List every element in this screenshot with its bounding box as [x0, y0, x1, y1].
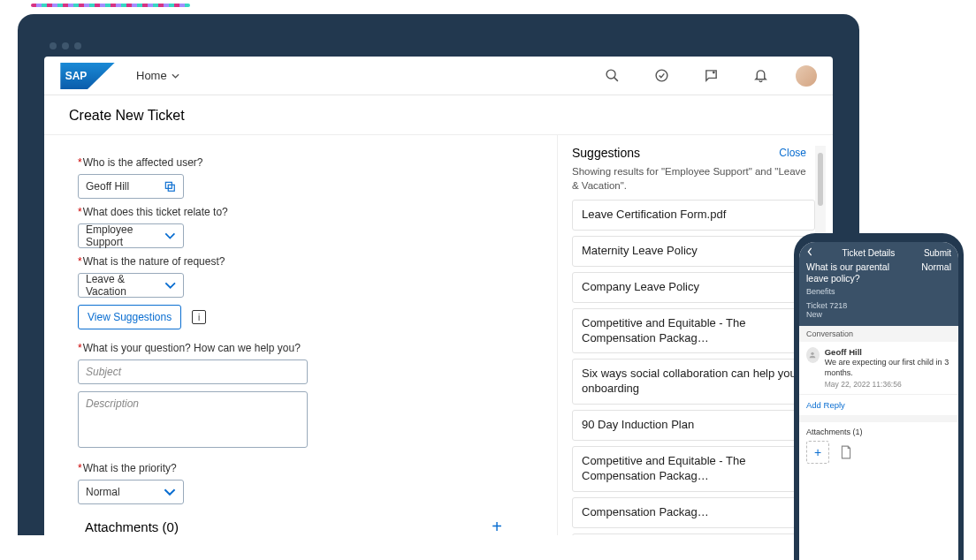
content-area: Who is the affected user? Geoff Hill Wha…	[44, 135, 833, 535]
bell-icon[interactable]	[746, 62, 774, 90]
mobile-category: Benefits	[806, 287, 951, 296]
mobile-header: Ticket Details Submit What is our parent…	[799, 242, 958, 326]
topbar: SAP Home	[44, 57, 833, 95]
svg-line-3	[614, 78, 617, 81]
relate-label: What does this ticket relate to?	[78, 206, 529, 218]
chevron-down-icon	[164, 279, 176, 291]
submit-button[interactable]: Submit	[924, 248, 951, 258]
svg-point-4	[656, 70, 667, 81]
priority-select[interactable]: Normal	[78, 480, 184, 504]
relate-select[interactable]: Employee Support	[78, 223, 184, 248]
app-window: SAP Home Create New Ticket	[44, 57, 833, 535]
svg-point-5	[712, 72, 714, 74]
feedback-icon[interactable]	[697, 62, 725, 90]
affected-user-field[interactable]: Geoff Hill	[78, 174, 184, 199]
message: Geoff Hill We are expecting our first ch…	[799, 342, 958, 394]
suggestion-item[interactable]: Frequently Asked Questions regarding the…	[572, 534, 815, 535]
suggestions-close[interactable]: Close	[779, 147, 806, 159]
suggestions-subtitle: Showing results for "Employee Support" a…	[572, 165, 815, 193]
mobile-attachments-label: Attachments (1)	[806, 428, 951, 436]
person-icon	[806, 347, 820, 363]
info-icon[interactable]: i	[192, 310, 206, 324]
question-label: What is your question? How can we help y…	[78, 342, 529, 354]
back-button[interactable]	[806, 247, 813, 258]
search-icon[interactable]	[598, 62, 626, 90]
window-controls	[50, 42, 81, 49]
mobile-screen: Ticket Details Submit What is our parent…	[799, 242, 958, 560]
home-nav[interactable]: Home	[136, 69, 179, 82]
sap-logo: SAP	[60, 63, 115, 89]
mobile-frame: Ticket Details Submit What is our parent…	[794, 233, 964, 560]
mobile-ticket-id: Ticket 7218	[806, 301, 951, 310]
attachments-row: Attachments (0) +	[78, 517, 529, 535]
view-suggestions-button[interactable]: View Suggestions	[78, 305, 181, 329]
svg-point-8	[812, 352, 814, 355]
mobile-header-title: Ticket Details	[843, 248, 896, 258]
value-help-icon	[164, 180, 176, 193]
home-label: Home	[136, 69, 167, 82]
priority-value: Normal	[86, 486, 120, 498]
nature-select[interactable]: Leave & Vacation	[78, 273, 184, 298]
nature-value: Leave & Vacation	[86, 273, 164, 298]
message-time: May 22, 2022 11:36:56	[825, 380, 951, 389]
mobile-attachments: Attachments (1) +	[799, 422, 958, 469]
suggestions-list: Leave Certification Form.pdf Maternity L…	[572, 200, 815, 535]
add-reply-button[interactable]: Add Reply	[799, 394, 958, 422]
desktop-frame: SAP Home Create New Ticket	[18, 14, 859, 535]
priority-label: What is the priority?	[78, 462, 529, 474]
suggestion-item[interactable]: Competitive and Equitable - The Compensa…	[572, 446, 815, 492]
svg-text:SAP: SAP	[65, 69, 88, 81]
affected-user-value: Geoff Hill	[86, 180, 129, 193]
decorative-strip	[31, 4, 190, 7]
attachment-file-icon[interactable]	[835, 441, 858, 464]
svg-point-2	[606, 70, 615, 79]
page-title: Create New Ticket	[44, 95, 833, 135]
conversation-label: Conversation	[799, 326, 958, 342]
mobile-body: Conversation Geoff Hill We are expecting…	[799, 326, 958, 560]
affected-user-label: Who is the affected user?	[78, 156, 529, 169]
subject-input[interactable]: Subject	[78, 359, 308, 384]
mobile-priority: Normal	[921, 261, 951, 284]
suggestion-item[interactable]: 90 Day Induction Plan	[572, 410, 815, 441]
check-circle-icon[interactable]	[647, 62, 675, 90]
relate-value: Employee Support	[86, 223, 164, 248]
nature-label: What is the nature of request?	[78, 255, 529, 268]
suggestions-pane: Suggestions Close Showing results for "E…	[557, 135, 833, 535]
suggestions-title: Suggestions	[572, 146, 640, 160]
attachments-label: Attachments (0)	[85, 519, 179, 534]
chevron-down-icon	[172, 73, 179, 79]
suggestion-item[interactable]: Compensation Packag…	[572, 497, 815, 528]
form-pane: Who is the affected user? Geoff Hill Wha…	[44, 135, 557, 535]
mobile-status: New	[806, 310, 951, 319]
suggestion-item[interactable]: Competitive and Equitable - The Compensa…	[572, 308, 815, 354]
suggestion-item[interactable]: Six ways social collaboration can help y…	[572, 359, 815, 405]
message-text: We are expecting our first child in 3 mo…	[825, 358, 951, 378]
chevron-down-icon	[164, 486, 176, 498]
suggestion-item[interactable]: Maternity Leave Policy	[572, 236, 815, 267]
suggestion-item[interactable]: Leave Certification Form.pdf	[572, 200, 815, 231]
user-avatar[interactable]	[796, 65, 817, 87]
chevron-down-icon	[164, 230, 176, 242]
suggestion-item[interactable]: Company Leave Policy	[572, 272, 815, 303]
mobile-question: What is our parental leave policy?	[806, 261, 912, 284]
add-attachment-button[interactable]: +	[492, 517, 502, 535]
description-input[interactable]: Description	[78, 391, 308, 448]
message-author: Geoff Hill	[825, 347, 951, 357]
add-attachment-button[interactable]: +	[806, 441, 829, 464]
